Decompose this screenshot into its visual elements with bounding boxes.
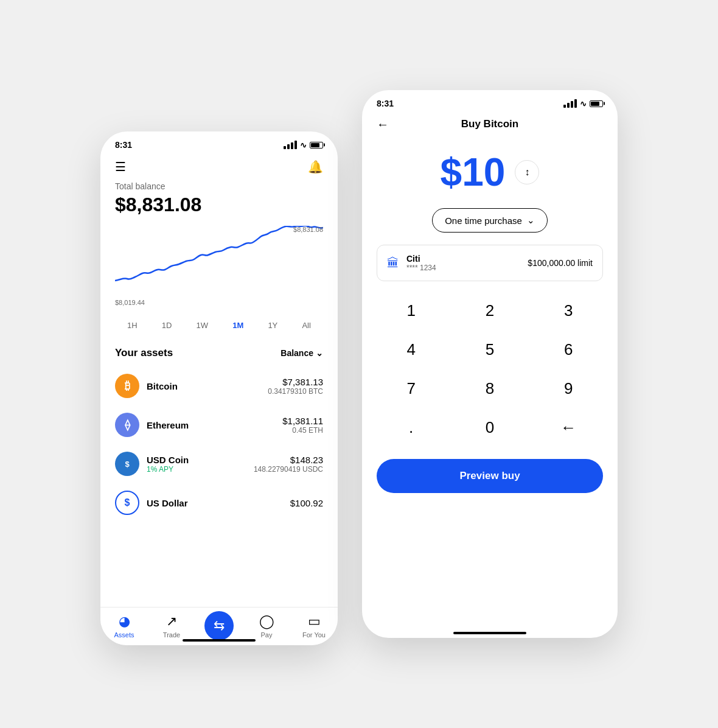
- key-8[interactable]: 8: [450, 369, 529, 408]
- chevron-down-icon: ⌄: [316, 348, 323, 358]
- key-backspace[interactable]: ←: [529, 408, 608, 447]
- usd-name: US Dollar: [147, 498, 283, 508]
- bitcoin-name: Bitcoin: [147, 381, 260, 391]
- status-bar-left: 8:31 ∿: [100, 131, 338, 155]
- ethereum-name: Ethereum: [147, 420, 275, 430]
- key-1[interactable]: 1: [372, 291, 450, 330]
- bank-icon: 🏛: [387, 256, 399, 270]
- buy-bitcoin-header: ← Buy Bitcoin: [362, 113, 618, 138]
- preview-btn-wrap: Preview buy: [362, 452, 618, 505]
- menu-icon[interactable]: ☰: [115, 159, 126, 174]
- ethereum-amount: 0.45 ETH: [282, 426, 323, 435]
- nav-trade-label: Trade: [163, 631, 180, 639]
- for-you-icon: ▭: [308, 614, 321, 629]
- status-bar-right: 8:31 ∿: [362, 90, 618, 113]
- status-icons-left: ∿: [284, 141, 323, 150]
- chart-high-label: $8,831.08: [293, 226, 323, 233]
- signal-icon: [284, 141, 297, 149]
- filter-1d[interactable]: 1D: [158, 318, 176, 332]
- screen-title: Buy Bitcoin: [377, 118, 603, 130]
- left-header: ☰ 🔔: [100, 155, 338, 181]
- usdc-name: USD Coin: [147, 455, 246, 465]
- pay-icon: ◯: [259, 614, 274, 629]
- preview-buy-button[interactable]: Preview buy: [377, 459, 603, 493]
- filter-1y[interactable]: 1Y: [264, 318, 281, 332]
- usdc-icon: $: [115, 452, 139, 476]
- nav-pay[interactable]: ◯ Pay: [248, 614, 285, 639]
- bitcoin-value: $7,381.13: [268, 377, 323, 387]
- pay-center-btn[interactable]: ⇆: [204, 611, 234, 640]
- left-phone: 8:31 ∿ ☰ 🔔 Total balance $8,83: [100, 131, 338, 645]
- wifi-icon: ∿: [300, 141, 307, 150]
- ethereum-icon: ⟠: [115, 413, 139, 437]
- payment-limit: $100,000.00 limit: [528, 258, 593, 268]
- key-7[interactable]: 7: [372, 369, 450, 408]
- bitcoin-icon: ₿: [115, 374, 139, 398]
- nav-assets-label: Assets: [114, 631, 134, 639]
- key-9[interactable]: 9: [529, 369, 608, 408]
- purchase-type-label: One time purchase: [445, 215, 522, 226]
- ethereum-value: $1,381.11: [282, 416, 323, 426]
- home-indicator: [183, 639, 256, 642]
- nav-pay-center[interactable]: ⇆: [201, 614, 237, 640]
- battery-icon-right: [590, 100, 603, 107]
- bank-name: Citi: [406, 254, 520, 264]
- amount-value: $10: [441, 150, 506, 195]
- assets-icon: ◕: [119, 614, 130, 629]
- balance-section: Total balance $8,831.08: [100, 181, 338, 226]
- battery-icon: [310, 142, 323, 149]
- account-number: **** 1234: [406, 264, 520, 272]
- usdc-amount: 148.22790419 USDC: [254, 465, 323, 474]
- filter-1m[interactable]: 1M: [229, 318, 247, 332]
- asset-row-usdc[interactable]: $ USD Coin 1% APY $148.23 148.22790419 U…: [100, 444, 338, 483]
- key-3[interactable]: 3: [529, 291, 608, 330]
- wifi-icon-right: ∿: [580, 99, 587, 108]
- filter-1h[interactable]: 1H: [124, 318, 141, 332]
- purchase-type-dropdown[interactable]: One time purchase ⌄: [432, 208, 548, 233]
- assets-header: Your assets Balance ⌄: [100, 342, 338, 366]
- right-phone: 8:31 ∿ ← Buy Bitcoin $10 ↕: [362, 90, 618, 638]
- back-arrow-icon[interactable]: ←: [377, 117, 389, 131]
- scene: 8:31 ∿ ☰ 🔔 Total balance $8,83: [76, 58, 642, 670]
- key-4[interactable]: 4: [372, 330, 450, 369]
- filter-all[interactable]: All: [298, 318, 314, 332]
- chart-svg: [115, 226, 323, 299]
- purchase-type-section: One time purchase ⌄: [362, 201, 618, 240]
- usdc-apy: 1% APY: [147, 465, 246, 474]
- chart-low-label: $8,019.44: [115, 299, 145, 306]
- time-left: 8:31: [115, 140, 132, 150]
- usdc-value: $148.23: [254, 455, 323, 465]
- key-6[interactable]: 6: [529, 330, 608, 369]
- nav-trade[interactable]: ↗ Trade: [153, 614, 190, 639]
- assets-title: Your assets: [115, 347, 173, 359]
- usd-icon: $: [115, 491, 139, 515]
- asset-row-usd[interactable]: $ US Dollar $100.92: [100, 483, 338, 522]
- nav-for-you-label: For You: [302, 631, 326, 639]
- nav-for-you[interactable]: ▭ For You: [296, 614, 332, 639]
- balance-dropdown[interactable]: Balance ⌄: [281, 348, 323, 358]
- key-5[interactable]: 5: [450, 330, 529, 369]
- nav-pay-label: Pay: [261, 631, 273, 639]
- nav-assets[interactable]: ◕ Assets: [106, 614, 142, 639]
- numpad: 1 2 3 4 5 6 7 8 9 . 0 ←: [362, 286, 618, 452]
- dropdown-chevron-icon: ⌄: [527, 215, 535, 226]
- key-dot[interactable]: .: [372, 408, 450, 447]
- balance-label: Total balance: [115, 181, 323, 191]
- convert-button[interactable]: ↕: [515, 160, 539, 184]
- trade-icon: ↗: [166, 614, 177, 629]
- signal-icon-right: [563, 99, 577, 108]
- usd-value: $100.92: [290, 498, 323, 508]
- asset-row-ethereum[interactable]: ⟠ Ethereum $1,381.11 0.45 ETH: [100, 405, 338, 444]
- bell-icon[interactable]: 🔔: [308, 159, 323, 174]
- balance-amount: $8,831.08: [115, 194, 323, 216]
- amount-display: $10 ↕: [362, 138, 618, 201]
- payment-card[interactable]: 🏛 Citi **** 1234 $100,000.00 limit: [377, 245, 603, 281]
- key-0[interactable]: 0: [450, 408, 529, 447]
- home-indicator-right: [453, 632, 526, 634]
- filter-1w[interactable]: 1W: [193, 318, 212, 332]
- status-icons-right: ∿: [563, 99, 603, 108]
- time-filters: 1H 1D 1W 1M 1Y All: [100, 313, 338, 342]
- key-2[interactable]: 2: [450, 291, 529, 330]
- asset-row-bitcoin[interactable]: ₿ Bitcoin $7,381.13 0.34179310 BTC: [100, 366, 338, 405]
- chart-container: $8,831.08 $8,019.44: [100, 226, 338, 311]
